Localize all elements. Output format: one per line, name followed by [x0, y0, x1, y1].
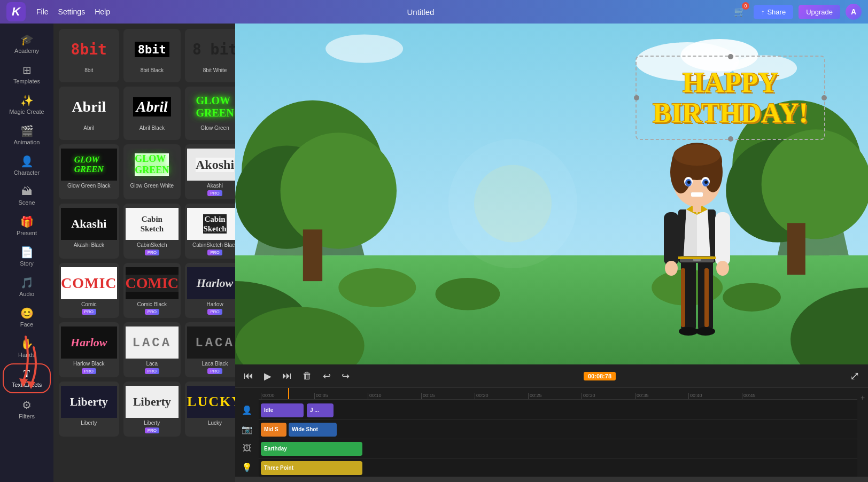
selection-handle-top[interactable]	[728, 54, 733, 59]
font-card-abril-black[interactable]: Abril Abril Black	[123, 87, 181, 140]
font-card-comic-black[interactable]: COMIC Comic Black PRO	[123, 263, 181, 318]
expand-button[interactable]: ⤢	[848, 367, 862, 385]
delete-button[interactable]: 🗑	[300, 368, 314, 384]
font-preview: LACA	[126, 326, 179, 359]
sidebar-item-scene[interactable]: 🏔 Scene	[3, 181, 51, 210]
play-button[interactable]: ▶	[262, 368, 274, 384]
svg-point-6	[326, 35, 403, 63]
pro-badge: PRO	[145, 309, 159, 315]
menu-help[interactable]: Help	[95, 7, 110, 16]
font-label: Laca Black	[202, 361, 228, 367]
academy-icon: 🎓	[20, 33, 34, 46]
sidebar-item-label: Story	[20, 260, 34, 267]
sidebar-item-label: Present	[17, 230, 37, 236]
font-card-harlow[interactable]: Harlow Harlow PRO	[185, 263, 235, 318]
font-card-cabin-sketch[interactable]: CabinSketch CabinSketch PRO	[123, 204, 181, 259]
font-card-glow-green[interactable]: GLOWGREEN Glow Green	[185, 87, 235, 140]
sidebar-item-templates[interactable]: ⊞ Templates	[3, 59, 51, 89]
font-preview: Akashi	[61, 208, 117, 240]
sidebar-item-label: Hands	[18, 352, 35, 358]
pro-badge: PRO	[207, 368, 222, 374]
font-label: Glow Green Black	[67, 183, 111, 189]
skip-forward-button[interactable]: ⏭	[280, 368, 294, 384]
sidebar-item-audio[interactable]: 🎵 Audio	[3, 272, 51, 301]
font-label: Abril Black	[140, 125, 165, 131]
font-card-akashi-black[interactable]: Akashi Akashi Black	[59, 204, 119, 259]
selection-handle-right[interactable]	[821, 95, 827, 100]
font-card-comic[interactable]: COMIC Comic PRO	[59, 263, 119, 318]
sidebar-item-character[interactable]: 👤 Character	[3, 151, 51, 180]
font-card-akashi[interactable]: Akoshi Akashi PRO	[185, 144, 235, 199]
sidebar-item-label: Audio	[19, 291, 34, 297]
font-card-8bit-white[interactable]: 8 bit 8bit White	[185, 29, 235, 82]
sidebar-item-text-effects[interactable]: T Text Effects	[3, 363, 51, 393]
font-card-glow-green-white[interactable]: GLOWGREEN Glow Green White	[123, 144, 181, 199]
font-card-lucky[interactable]: LUCKY Lucky	[185, 382, 235, 437]
font-card-harlow-black[interactable]: Harlow Harlow Black PRO	[59, 322, 119, 377]
font-card-laca[interactable]: LACA Laca PRO	[123, 322, 181, 377]
redo-button[interactable]: ↪	[339, 368, 352, 384]
canvas-viewport[interactable]: HAPPY BIRTHDAY!	[235, 24, 868, 364]
font-card-glow-green-black[interactable]: GLOWGREEN Glow Green Black	[59, 144, 119, 199]
sidebar-item-academy[interactable]: 🎓 Academy	[3, 29, 51, 58]
sidebar-item-magic-create[interactable]: ✨ Magic Create	[3, 90, 51, 119]
selection-handle-left[interactable]	[634, 95, 639, 100]
clip-idle[interactable]: Idle	[261, 403, 304, 417]
clip-wide-shot[interactable]: Wide Shot	[289, 423, 337, 437]
topbar-right: 🛒 0 ↑ Share Upgrade A	[731, 3, 862, 20]
sidebar-item-label: Templates	[13, 78, 40, 84]
font-card-liberty[interactable]: Liberty Liberty	[59, 382, 119, 437]
sidebar-item-filters[interactable]: ⚙ Filters	[3, 394, 51, 424]
cart-badge: 0	[742, 2, 749, 10]
templates-icon: ⊞	[22, 64, 32, 76]
track-icon-light: 💡	[235, 458, 259, 477]
ruler-mark: 00:35	[635, 393, 688, 399]
avatar-button[interactable]: A	[846, 4, 862, 20]
track-row-camera: Mid S Wide Shot	[259, 420, 857, 439]
menu-settings[interactable]: Settings	[58, 7, 86, 16]
text-effects-icon: T	[24, 369, 30, 380]
sidebar-item-hands[interactable]: ✋ Hands	[3, 333, 51, 362]
font-preview: Liberty	[126, 386, 179, 418]
track-icon-character: 👤	[235, 401, 259, 420]
font-card-liberty-black[interactable]: Liberty Liberty PRO	[123, 382, 181, 437]
timeline-ruler-tracks[interactable]: 00:00 00:05 00:10 00:15 00:20 00:25 00:3…	[259, 388, 857, 477]
font-card-cabin-sketch-black[interactable]: CabinSketch CabinSketch Black PRO	[185, 204, 235, 259]
cart-button[interactable]: 🛒 0	[731, 3, 748, 20]
clip-earthday[interactable]: Earthday	[261, 442, 362, 456]
font-label: CabinSketch	[137, 242, 167, 248]
clip-three-point[interactable]: Three Point	[261, 461, 362, 475]
svg-rect-57	[664, 212, 679, 266]
font-card-abril[interactable]: Abril Abril	[59, 87, 119, 140]
undo-button[interactable]: ↩	[321, 368, 333, 384]
clip-mid-shot[interactable]: Mid S	[261, 423, 286, 437]
pro-badge: PRO	[207, 309, 222, 315]
skip-back-button[interactable]: ⏮	[242, 368, 255, 384]
expand-icon: +	[861, 393, 865, 402]
svg-point-29	[338, 268, 416, 307]
font-card-8bit-black[interactable]: 8bit 8bit Black	[123, 29, 181, 82]
ruler-mark: 00:40	[688, 393, 742, 399]
sidebar-item-story[interactable]: 📄 Story	[3, 242, 51, 271]
sidebar-item-animation[interactable]: 🎬 Animation	[3, 120, 51, 150]
font-card-laca-black[interactable]: LACA Laca Black PRO	[185, 322, 235, 377]
timeline-scrollbar[interactable]	[235, 477, 868, 482]
ruler-mark: 00:00	[261, 393, 314, 399]
menu-file[interactable]: File	[36, 7, 49, 16]
upgrade-button[interactable]: Upgrade	[799, 5, 840, 19]
birthday-text-overlay[interactable]: HAPPY BIRTHDAY!	[636, 56, 825, 140]
font-label: Abril	[83, 125, 94, 131]
clip-j[interactable]: J ...	[307, 403, 334, 417]
sidebar-item-present[interactable]: 🎁 Present	[3, 211, 51, 240]
timeline-body: 👤 📷 🖼 💡 00:00 00:05 00:10	[235, 388, 868, 477]
font-label: Lucky	[208, 420, 222, 426]
share-button[interactable]: ↑ Share	[754, 5, 793, 19]
timeline-controls: ⏮ ▶ ⏭ 🗑 ↩ ↪ 00:08:78 ⤢	[235, 364, 868, 388]
sidebar-item-face[interactable]: 😊 Face	[3, 302, 51, 332]
font-label: Comic Black	[137, 301, 167, 308]
selection-handle-bottom[interactable]	[728, 136, 733, 142]
pro-badge: PRO	[207, 250, 222, 255]
playhead[interactable]	[288, 388, 289, 399]
font-card-8bit[interactable]: 8bit 8bit	[59, 29, 119, 82]
timeline-track-icons: 👤 📷 🖼 💡	[235, 388, 259, 477]
